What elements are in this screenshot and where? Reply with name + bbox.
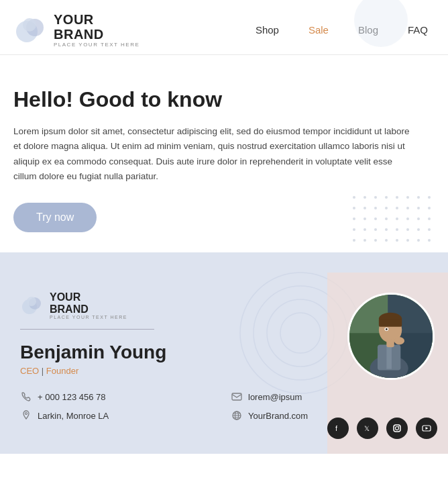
- globe-icon: [231, 409, 243, 422]
- address-text: Larkin, Monroe LA: [38, 411, 109, 421]
- location-icon: [20, 409, 32, 422]
- logo-brand-name: YOUR: [54, 12, 139, 27]
- contact-email: lorem@ipsum: [231, 391, 428, 403]
- card-section: f 𝕏: [0, 252, 448, 454]
- card-logo-blob: [20, 293, 44, 318]
- contact-address: Larkin, Monroe LA: [20, 409, 217, 422]
- email-address: lorem@ipsum: [248, 392, 302, 402]
- email-icon: [231, 391, 243, 403]
- svg-point-2: [23, 18, 36, 32]
- logo: YOUR BRAND PLACE YOUR TEXT HERE: [13, 12, 139, 48]
- person-name: Benjamin Young: [20, 342, 428, 363]
- svg-point-29: [27, 297, 36, 306]
- card-divider: [20, 329, 154, 330]
- nav-sale[interactable]: Sale: [309, 24, 329, 36]
- contact-phone: + 000 123 456 78: [20, 391, 217, 403]
- card-content: YOURBRAND PLACE YOUR TEXT HERE Benjamin …: [0, 273, 448, 442]
- card-outer: f 𝕏: [0, 273, 448, 454]
- hero-section: Hello! Good to know Lorem ipsum dolor si…: [0, 55, 448, 252]
- nav-decorative-circle: [354, 0, 408, 47]
- logo-brand-name2: BRAND: [54, 27, 139, 42]
- hero-body: Lorem ipsum dolor sit amet, consectetur …: [13, 124, 416, 184]
- nav-faq[interactable]: FAQ: [408, 24, 428, 36]
- phone-number: + 000 123 456 78: [38, 392, 106, 402]
- svg-rect-30: [232, 393, 241, 400]
- contact-website: YourBrand.com: [231, 409, 428, 422]
- phone-icon: [20, 391, 32, 403]
- card-brand-name: YOURBRAND: [50, 291, 127, 315]
- logo-icon: [13, 13, 48, 48]
- card-contacts: + 000 123 456 78 lorem@ipsum L: [20, 391, 428, 422]
- logo-text: YOUR BRAND PLACE YOUR TEXT HERE: [54, 12, 139, 48]
- hero-title: Hello! Good to know: [13, 87, 428, 112]
- dot-grid-decoration: [353, 196, 435, 246]
- nav-shop[interactable]: Shop: [256, 24, 279, 36]
- svg-point-31: [25, 413, 27, 415]
- card-logo-text: YOURBRAND PLACE YOUR TEXT HERE: [50, 291, 127, 320]
- website-url: YourBrand.com: [248, 411, 308, 421]
- person-title: CEO | Founder: [20, 366, 428, 376]
- card-brand-tagline: PLACE YOUR TEXT HERE: [50, 315, 127, 320]
- try-now-button[interactable]: Try now: [13, 203, 97, 232]
- navbar: YOUR BRAND PLACE YOUR TEXT HERE Shop Sal…: [0, 0, 448, 55]
- card-logo: YOURBRAND PLACE YOUR TEXT HERE: [20, 291, 428, 320]
- logo-tagline: PLACE YOUR TEXT HERE: [54, 42, 139, 48]
